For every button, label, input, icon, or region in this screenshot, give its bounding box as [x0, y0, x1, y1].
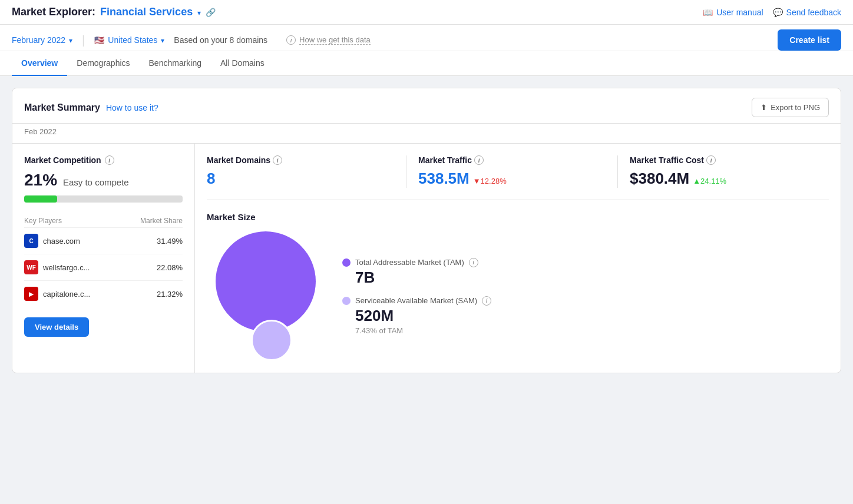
- metric-info-icon-2: i: [706, 155, 716, 165]
- bubble-large: [216, 231, 316, 331]
- sam-dot: [342, 297, 351, 305]
- how-we-get-label: How we get this data: [299, 35, 371, 45]
- market-share-value: 22.08%: [121, 254, 183, 281]
- market-size-section: Market Size Total Address: [207, 212, 829, 361]
- tam-dot: [342, 258, 351, 267]
- domain-name: chase.com: [43, 237, 80, 246]
- country-filter[interactable]: 🇺🇸 United States: [94, 33, 164, 47]
- export-to-png-button[interactable]: ⬆ Export to PNG: [752, 98, 829, 117]
- key-players-table: Key Players Market Share C chase.com 31.…: [24, 214, 183, 307]
- sam-legend-header: Serviceable Available Market (SAM) i: [342, 296, 491, 306]
- sub-header-filters: February 2022 | 🇺🇸 United States Based o…: [12, 33, 766, 47]
- col-players: Key Players: [24, 214, 121, 228]
- header-right: 📖 User manual 💬 Send feedback: [703, 8, 841, 17]
- book-icon: 📖: [703, 8, 713, 17]
- card-subtitle: Feb 2022: [12, 124, 841, 144]
- create-list-button[interactable]: Create list: [778, 29, 841, 51]
- key-player-row: WF wellsfargo.c... 22.08%: [24, 254, 183, 281]
- bubble-chart: [207, 231, 325, 361]
- info-icon: i: [286, 35, 296, 45]
- competition-value: 21%: [24, 171, 57, 189]
- metric-name-0: Market Domains i: [207, 155, 394, 165]
- sub-header: February 2022 | 🇺🇸 United States Based o…: [0, 25, 853, 51]
- sam-info-icon: i: [482, 296, 491, 306]
- tam-legend-header: Total Addressable Market (TAM) i: [342, 258, 491, 267]
- tab-overview[interactable]: Overview: [12, 51, 67, 76]
- user-manual-link[interactable]: 📖 User manual: [703, 8, 763, 17]
- domain-cell: ▶ capitalone.c...: [24, 281, 121, 307]
- tam-label: Total Addressable Market (TAM): [355, 258, 464, 267]
- tab-all-domains[interactable]: All Domains: [211, 51, 274, 76]
- tabs-bar: Overview Demographics Benchmarking All D…: [0, 51, 853, 76]
- header-left: Market Explorer: Financial Services 🔗: [12, 6, 216, 18]
- view-details-button[interactable]: View details: [24, 317, 89, 337]
- domain-name: wellsfargo.c...: [43, 263, 90, 272]
- metric-value-row-0: 8: [207, 170, 394, 188]
- market-summary-title: Market Summary: [24, 102, 100, 113]
- sam-value: 520M: [355, 307, 491, 325]
- domain-logo: ▶: [24, 287, 38, 301]
- left-panel: Market Competition i 21% Easy to compete…: [12, 144, 195, 373]
- metric-info-icon-0: i: [273, 155, 282, 165]
- trend-up-2: ▲24.11%: [693, 177, 726, 185]
- how-we-get-section[interactable]: i How we get this data: [286, 35, 371, 45]
- metric-value-row-2: $380.4M▲24.11%: [630, 170, 817, 188]
- competition-value-row: 21% Easy to compete: [24, 171, 183, 190]
- market-share-value: 31.49%: [121, 228, 183, 254]
- country-chevron-icon: [161, 35, 164, 45]
- metrics-row: Market Domains i 8 Market Traffic i 538.…: [207, 155, 829, 200]
- trend-down-1: ▼12.28%: [473, 177, 507, 185]
- chat-icon: 💬: [773, 8, 783, 17]
- domain-logo: C: [24, 234, 38, 248]
- sam-sub: 7.43% of TAM: [355, 326, 491, 335]
- card-header-left: Market Summary How to use it?: [24, 102, 158, 113]
- metric-value-row-1: 538.5M▼12.28%: [418, 170, 606, 188]
- market-legend: Total Addressable Market (TAM) i 7B Serv…: [342, 258, 491, 335]
- metric-value-0: 8: [207, 170, 215, 187]
- market-size-title: Market Size: [207, 212, 829, 222]
- card-header: Market Summary How to use it? ⬆ Export t…: [12, 88, 841, 124]
- metric-block-2: Market Traffic Cost i $380.4M▲24.11%: [618, 155, 829, 188]
- how-to-link[interactable]: How to use it?: [106, 103, 158, 112]
- send-feedback-link[interactable]: 💬 Send feedback: [773, 8, 841, 17]
- bubble-small: [251, 320, 292, 361]
- date-filter-label: February 2022: [12, 35, 65, 45]
- link-icon: 🔗: [206, 8, 216, 17]
- tab-demographics[interactable]: Demographics: [67, 51, 139, 76]
- top-header: Market Explorer: Financial Services 🔗 📖 …: [0, 0, 853, 25]
- tam-value: 7B: [355, 268, 491, 287]
- metric-value-1: 538.5M: [418, 170, 470, 187]
- tam-legend-item: Total Addressable Market (TAM) i 7B: [342, 258, 491, 287]
- right-panel: Market Domains i 8 Market Traffic i 538.…: [195, 144, 841, 373]
- market-size-content: Total Addressable Market (TAM) i 7B Serv…: [207, 231, 829, 361]
- col-share: Market Share: [121, 214, 183, 228]
- metric-block-0: Market Domains i 8: [207, 155, 406, 188]
- card-body: Market Competition i 21% Easy to compete…: [12, 144, 841, 373]
- metric-name-1: Market Traffic i: [418, 155, 606, 165]
- upload-icon: ⬆: [761, 103, 767, 112]
- product-name: Financial Services: [100, 6, 193, 18]
- country-label: United States: [108, 35, 157, 45]
- competition-info-icon: i: [105, 155, 114, 165]
- domain-cell: WF wellsfargo.c...: [24, 254, 121, 280]
- date-filter[interactable]: February 2022: [12, 33, 72, 47]
- export-label: Export to PNG: [771, 103, 820, 112]
- based-on-label: Based on your 8 domains: [174, 35, 267, 45]
- domain-name: capitalone.c...: [43, 290, 90, 299]
- sam-label: Serviceable Available Market (SAM): [355, 296, 477, 305]
- competition-progress-bar: [24, 195, 183, 203]
- metric-value-2: $380.4M: [630, 170, 689, 187]
- key-player-row: C chase.com 31.49%: [24, 228, 183, 254]
- metric-name-2: Market Traffic Cost i: [630, 155, 817, 165]
- competition-label: Market Competition i: [24, 155, 183, 165]
- metric-block-1: Market Traffic i 538.5M▼12.28%: [406, 155, 618, 188]
- date-chevron-icon: [69, 35, 72, 45]
- domain-cell: C chase.com: [24, 228, 121, 254]
- market-share-value: 21.32%: [121, 281, 183, 307]
- app-title: Market Explorer:: [12, 6, 95, 18]
- product-dropdown-icon[interactable]: [197, 8, 201, 17]
- competition-progress-fill: [24, 195, 57, 203]
- key-player-row: ▶ capitalone.c... 21.32%: [24, 281, 183, 307]
- tab-benchmarking[interactable]: Benchmarking: [140, 51, 211, 76]
- domain-logo: WF: [24, 260, 38, 274]
